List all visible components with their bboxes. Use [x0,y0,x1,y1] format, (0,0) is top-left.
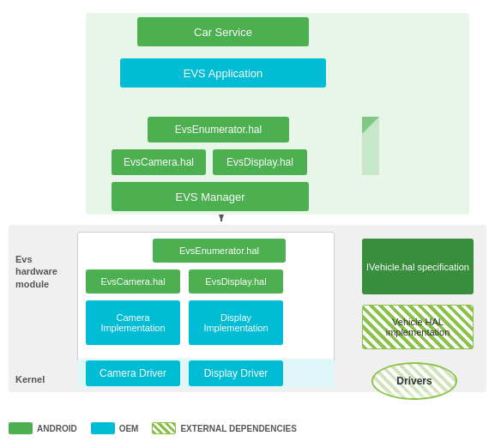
car-service-box: Car Service [137,17,309,46]
evs-enumerator-bottom-label: EvsEnumerator.hal [179,245,259,256]
evs-application-label: EVS Application [184,67,263,80]
diagram: Car Service EVS Application EvsEnumerato… [0,0,495,448]
vehicle-hal-label: Vehicle HAL implementation [363,317,473,337]
camera-implementation-label: Camera Implementation [86,312,180,333]
camera-implementation-box: Camera Implementation [86,300,180,345]
evs-camera-top-box: EvsCamera.hal [112,149,206,175]
camera-driver-label: Camera Driver [100,367,166,379]
evs-display-top-label: EvsDisplay.hal [226,156,293,168]
legend-android-color [9,422,33,434]
display-implementation-label: Display Implementation [189,312,283,333]
legend-android: ANDROID [9,422,77,434]
evs-camera-bottom-box: EvsCamera.hal [86,269,180,294]
ivehicle-spec-box: IVehicle.hal specification [362,239,474,294]
kernel-label: Kernel [15,373,45,385]
display-implementation-box: Display Implementation [189,300,283,345]
evs-enumerator-top-box: EvsEnumerator.hal [148,117,289,142]
evs-camera-top-label: EvsCamera.hal [124,156,194,168]
evs-manager-box: EVS Manager [112,182,309,211]
camera-driver-box: Camera Driver [86,360,180,386]
evs-enumerator-top-label: EvsEnumerator.hal [175,124,262,136]
legend-oem-color [91,422,115,434]
fold-decoration [362,117,379,175]
legend-external: EXTERNAL DEPENDENCIES [152,422,296,434]
evs-application-box: EVS Application [120,58,326,88]
legend-external-label: EXTERNAL DEPENDENCIES [180,424,296,433]
evs-hardware-label: Evshardwaremodule [15,253,71,290]
display-driver-box: Display Driver [189,360,283,386]
legend-external-color [152,422,176,434]
ivehicle-spec-label: IVehicle.hal specification [366,262,469,272]
evs-manager-label: EVS Manager [176,191,245,203]
drivers-ellipse: Drivers [371,362,457,400]
evs-enumerator-bottom-box: EvsEnumerator.hal [153,239,286,263]
evs-display-bottom-box: EvsDisplay.hal [189,269,283,294]
legend-oem-label: OEM [119,424,139,433]
evs-camera-bottom-label: EvsCamera.hal [100,276,165,287]
drivers-label: Drivers [396,375,432,387]
car-service-label: Car Service [194,26,252,39]
legend-android-label: ANDROID [37,424,77,433]
legend: ANDROID OEM EXTERNAL DEPENDENCIES [9,415,486,441]
evs-display-bottom-label: EvsDisplay.hal [205,276,266,287]
display-driver-label: Display Driver [204,367,269,379]
vehicle-hal-box: Vehicle HAL implementation [362,305,474,349]
legend-oem: OEM [91,422,139,434]
evs-display-top-box: EvsDisplay.hal [213,149,307,175]
